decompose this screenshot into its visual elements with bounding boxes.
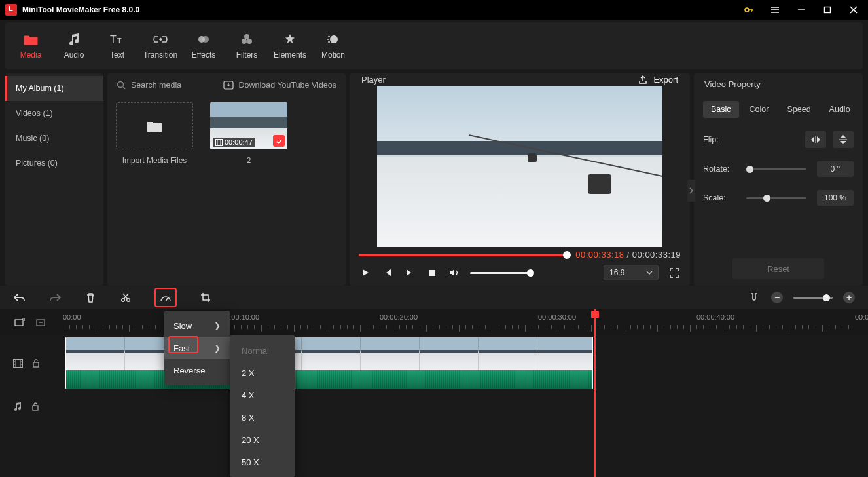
fast-4x[interactable]: 4 X [230,384,295,406]
search-icon [117,81,126,90]
redo-button[interactable] [48,291,62,304]
scale-slider[interactable] [746,197,806,199]
search-placeholder: Search media [131,81,181,90]
volume-button[interactable] [448,266,461,279]
svg-point-15 [127,299,130,302]
fast-2x[interactable]: 2 X [230,362,295,384]
svg-point-7 [242,39,247,44]
tab-audio[interactable]: Audio [822,101,858,118]
tool-text[interactable]: TT Text [96,22,139,69]
zoom-slider[interactable] [793,297,833,299]
fast-8x[interactable]: 8 X [230,406,295,429]
seek-bar[interactable] [359,254,568,256]
tab-color[interactable]: Color [742,101,777,118]
scale-label: Scale: [703,193,740,202]
speed-menu-slow[interactable]: Slow❯ [164,315,230,337]
speed-menu: Slow❯ Fast❯ Reverse [164,311,230,385]
fullscreen-button[interactable] [668,266,681,279]
undo-button[interactable] [13,291,26,304]
tab-basic[interactable]: Basic [703,101,739,118]
motion-icon [327,32,340,47]
tool-motion[interactable]: Motion [312,22,355,69]
film-icon [13,359,23,368]
fast-submenu: Normal 2 X 4 X 8 X 20 X 50 X [230,335,295,477]
tool-label: Elements [274,50,306,60]
reset-button[interactable]: Reset [732,258,824,279]
prev-frame-button[interactable] [381,266,394,279]
add-track-button[interactable] [13,316,26,329]
folder-icon [24,32,38,47]
rotate-value[interactable]: 0 ° [817,161,854,177]
download-youtube-link[interactable]: Download YouTube Videos [223,81,336,90]
stop-button[interactable] [425,266,439,279]
export-label: Export [653,75,678,85]
import-media-button[interactable]: Import Media Files [115,102,194,165]
ruler-label: 00:00 [63,313,81,321]
svg-point-14 [122,299,125,302]
snap-toggle[interactable] [748,291,761,304]
speed-menu-fast[interactable]: Fast❯ [164,337,230,359]
selected-check-icon [273,135,285,147]
svg-point-0 [745,8,749,12]
export-button[interactable]: Export [638,75,678,85]
tool-media[interactable]: Media [9,22,52,69]
remove-track-button[interactable] [34,316,47,329]
zoom-in-button[interactable]: + [843,292,855,303]
tool-filters[interactable]: Filters [225,22,268,69]
search-input[interactable]: Search media [117,81,181,90]
media-thumbnail[interactable]: 00:00:47 2 [209,102,288,165]
tab-speed[interactable]: Speed [779,101,818,118]
close-button[interactable] [841,0,867,20]
export-icon [638,75,648,85]
tool-effects[interactable]: Effects [182,22,225,69]
volume-slider[interactable] [470,272,532,274]
delete-button[interactable] [84,291,97,304]
scale-value[interactable]: 100 % [817,190,854,206]
svg-point-8 [247,39,252,44]
rotate-slider[interactable] [746,168,806,170]
sidebar-item-videos[interactable]: Videos (1) [5,101,103,126]
fast-50x[interactable]: 50 X [230,451,295,473]
fast-normal[interactable]: Normal [230,339,295,362]
maximize-button[interactable] [814,0,841,20]
speed-menu-reverse[interactable]: Reverse [164,359,230,381]
split-button[interactable] [119,291,132,304]
minimize-button[interactable] [788,0,814,20]
tool-transition[interactable]: Transition [139,22,182,69]
upgrade-key-icon[interactable] [736,0,762,20]
property-tabs: Basic Color Speed Audio [703,101,854,118]
flip-label: Flip: [703,135,740,144]
video-clip[interactable]: 2 [65,337,593,389]
tool-audio[interactable]: Audio [52,22,96,69]
flip-vertical-button[interactable] [833,131,854,148]
tool-elements[interactable]: Elements [268,22,312,69]
lock-icon[interactable] [31,402,39,411]
sidebar-item-myalbum[interactable]: My Album (1) [5,76,103,101]
panel-expand-toggle[interactable] [687,180,695,202]
crop-button[interactable] [199,291,212,304]
aspect-ratio-select[interactable]: 16:9 [604,265,659,280]
property-panel: Video Property Basic Color Speed Audio F… [694,73,863,286]
menu-icon[interactable] [762,0,788,20]
flip-horizontal-button[interactable] [805,131,826,148]
next-frame-button[interactable] [403,266,416,279]
ruler-label: 00:00:30:00 [538,313,576,321]
duration-badge: 00:00:47 [213,138,255,147]
sidebar-item-music[interactable]: Music (0) [5,126,103,151]
tool-label: Transition [143,50,177,60]
video-preview[interactable] [377,86,662,247]
sidebar-item-pictures[interactable]: Pictures (0) [5,151,103,176]
svg-point-10 [118,82,124,88]
svg-rect-12 [216,139,223,145]
speed-button[interactable] [154,288,177,307]
lock-icon[interactable] [32,358,40,368]
effects-icon [197,32,210,47]
chevron-right-icon: ❯ [214,343,221,353]
zoom-out-button[interactable]: − [771,292,783,303]
tool-label: Filters [236,50,258,60]
sidebar-item-label: Videos (1) [16,109,53,118]
timeline: − + 00:0000:00:10:0000:00:20:0000:00:30:… [0,286,868,477]
timeline-ruler[interactable]: 00:0000:00:10:0000:00:20:0000:00:30:0000… [0,309,868,335]
play-button[interactable] [359,266,372,279]
fast-20x[interactable]: 20 X [230,429,295,451]
